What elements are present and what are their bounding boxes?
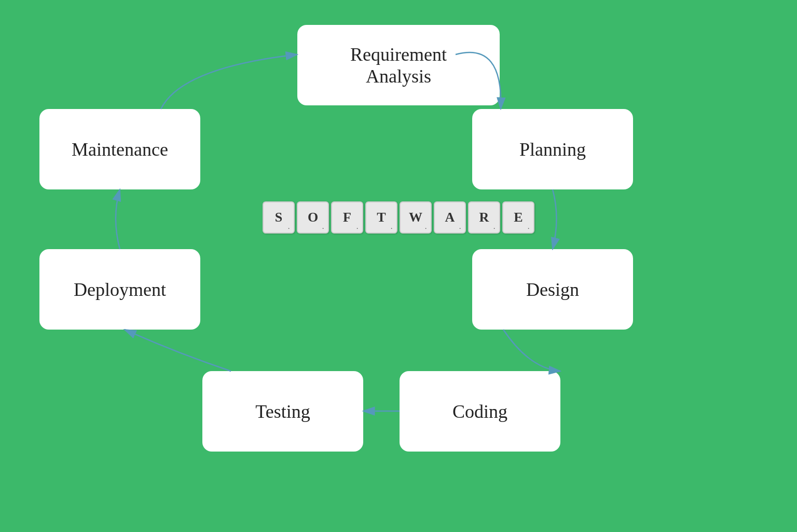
arrow-planning-to-design (553, 189, 557, 249)
maintenance-box: Maintenance (39, 109, 200, 189)
testing-box: Testing (202, 371, 363, 452)
maintenance-label: Maintenance (72, 139, 168, 160)
testing-label: Testing (255, 401, 310, 422)
arrow-design-to-coding (503, 330, 560, 371)
scrabble-word: S. O. F. T. W. A. R. E. (263, 201, 534, 234)
design-box: Design (472, 249, 633, 330)
tile-s: S. (263, 201, 295, 234)
tile-t: T. (365, 201, 397, 234)
coding-box: Coding (400, 371, 560, 452)
tile-f: F. (331, 201, 363, 234)
arrow-testing-to-deployment (125, 330, 231, 371)
arrow-deployment-to-maintenance (116, 189, 120, 249)
planning-box: Planning (472, 109, 633, 189)
coding-label: Coding (452, 401, 507, 422)
requirement-analysis-label: RequirementAnalysis (350, 44, 447, 87)
deployment-box: Deployment (39, 249, 200, 330)
tile-e: E. (502, 201, 534, 234)
requirement-analysis-box: RequirementAnalysis (297, 25, 500, 105)
planning-label: Planning (519, 139, 586, 160)
tile-w: W. (400, 201, 432, 234)
deployment-label: Deployment (74, 279, 166, 301)
design-label: Design (526, 279, 579, 301)
arrow-maintenance-to-req (161, 54, 297, 109)
tile-r: R. (468, 201, 500, 234)
tile-o: O. (297, 201, 329, 234)
tile-a: A. (434, 201, 466, 234)
